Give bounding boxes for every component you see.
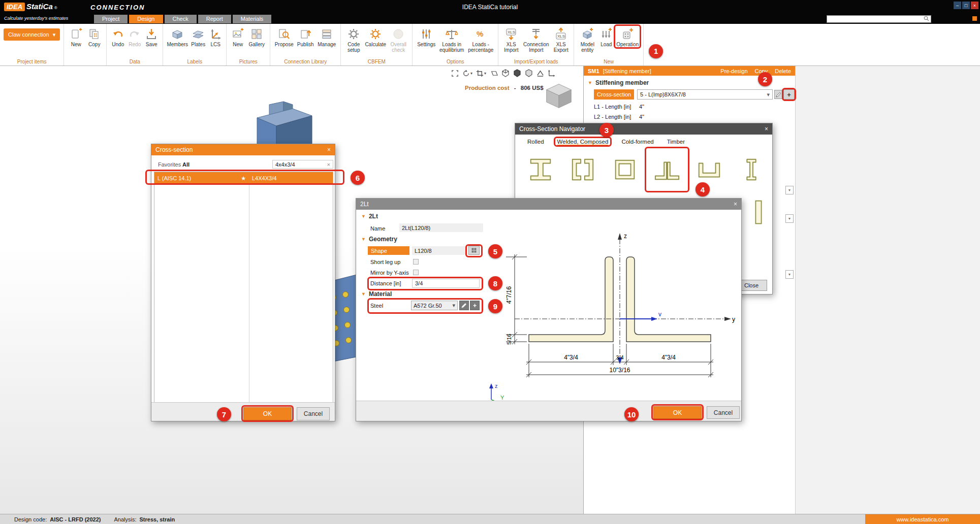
propose-button[interactable]: Propose bbox=[274, 26, 294, 47]
settings-button[interactable]: Settings bbox=[416, 26, 436, 47]
shape-double-channel[interactable] bbox=[564, 151, 601, 188]
maximize-button[interactable]: □ bbox=[962, 2, 970, 9]
steel-select[interactable]: A572 Gr.50 ▾ bbox=[411, 301, 458, 310]
calculate-button[interactable]: Calculate bbox=[364, 26, 387, 47]
cross-section-search-input[interactable]: 4x4x3/4 × bbox=[272, 160, 333, 169]
members-button[interactable]: Members bbox=[167, 26, 188, 47]
overall-check-button[interactable]: Overall check bbox=[388, 26, 408, 53]
website-link[interactable]: www.ideastatica.com bbox=[897, 516, 949, 522]
model-entity-button[interactable]: Model entity bbox=[578, 26, 597, 53]
operation-button[interactable]: Operation 1 bbox=[615, 26, 640, 47]
copy-project-item-button[interactable]: Copy bbox=[86, 26, 103, 47]
tab-design[interactable]: Design bbox=[129, 15, 163, 23]
section-crop-icon[interactable]: ▾ bbox=[476, 70, 486, 77]
orbit-icon[interactable]: ▾ bbox=[462, 70, 472, 77]
close-icon[interactable]: × bbox=[734, 201, 737, 208]
view-plane-icon[interactable] bbox=[490, 70, 498, 77]
tab-cold-formed[interactable]: Cold-formed bbox=[621, 139, 653, 146]
filter-favorites[interactable]: Favorites bbox=[158, 161, 181, 168]
axes-toggle-icon[interactable] bbox=[548, 70, 555, 77]
ribbon-collapse-icon[interactable] bbox=[972, 16, 977, 21]
code-setup-button[interactable]: Code setup bbox=[344, 26, 363, 53]
l2-length-value[interactable]: 4" bbox=[639, 112, 644, 122]
section-stiffening-member[interactable]: ▼ Stiffening member bbox=[588, 79, 649, 86]
loads-percentage-button[interactable]: % Loads - percentage bbox=[467, 26, 494, 53]
shape-channel-up[interactable] bbox=[691, 151, 728, 188]
settings-label: Settings bbox=[417, 42, 435, 47]
weld-toggle-icon[interactable] bbox=[536, 70, 544, 77]
section-geometry[interactable]: ▼ Geometry bbox=[361, 236, 397, 243]
shape-field[interactable]: L120/8 bbox=[412, 246, 465, 255]
view-cube-wire-icon[interactable] bbox=[501, 69, 510, 77]
combo-arrow-stub[interactable]: ▼ bbox=[785, 214, 794, 223]
tab-rolled[interactable]: Rolled bbox=[527, 139, 544, 146]
shape-2lt-section[interactable]: 4 bbox=[649, 151, 685, 188]
result-row[interactable]: L (AISC 14.1) ★ L4X4X3/4 bbox=[154, 172, 333, 184]
load-button[interactable]: Load bbox=[598, 26, 614, 47]
section-2lt[interactable]: ▼ 2Lt bbox=[361, 213, 378, 220]
fit-view-icon[interactable] bbox=[451, 70, 459, 77]
mirror-y-checkbox[interactable] bbox=[413, 270, 419, 275]
tab-materials[interactable]: Materials bbox=[233, 15, 272, 23]
delete-member-button[interactable]: Delete bbox=[775, 68, 791, 74]
result-name-cell[interactable]: L (AISC 14.1) ★ bbox=[154, 172, 249, 184]
section-material[interactable]: ▼ Material bbox=[361, 290, 392, 298]
redo-button[interactable]: Redo bbox=[127, 26, 142, 47]
shape-box-section[interactable] bbox=[607, 151, 643, 188]
plates-button[interactable]: Plates bbox=[189, 26, 207, 47]
save-button[interactable]: Save bbox=[144, 26, 159, 47]
loads-in-equilibrium-button[interactable]: Loads in equilibrium bbox=[438, 26, 465, 53]
ok-button[interactable]: OK bbox=[243, 407, 292, 420]
publish-button[interactable]: Publish bbox=[296, 26, 315, 47]
xls-export-button[interactable]: XLS XLS Export bbox=[552, 26, 570, 53]
close-button[interactable]: × bbox=[971, 2, 978, 9]
name-field[interactable]: 2Lt(L120/8) bbox=[399, 223, 483, 232]
edit-material-button[interactable] bbox=[459, 301, 469, 310]
tab-check[interactable]: Check bbox=[165, 15, 197, 23]
l1-length-value[interactable]: 4" bbox=[639, 102, 644, 112]
tab-timber[interactable]: Timber bbox=[667, 139, 685, 146]
search-input[interactable] bbox=[827, 15, 931, 23]
lcs-button[interactable]: LCS bbox=[208, 26, 223, 47]
view-shaded-icon[interactable] bbox=[513, 69, 521, 77]
minimize-button[interactable]: – bbox=[954, 2, 961, 9]
result-size-cell[interactable]: L4X4X3/4 bbox=[249, 172, 333, 184]
edit-cross-section-button[interactable] bbox=[774, 90, 782, 99]
new-picture-button[interactable]: New bbox=[230, 26, 245, 47]
shape-i-section[interactable] bbox=[522, 151, 559, 188]
tab-report[interactable]: Report bbox=[198, 15, 231, 23]
manage-button[interactable]: Manage bbox=[317, 26, 337, 47]
add-material-button[interactable]: + bbox=[470, 301, 480, 310]
navigation-cube[interactable] bbox=[545, 81, 573, 110]
gallery-button[interactable]: Gallery bbox=[247, 26, 266, 47]
shape-plate[interactable] bbox=[743, 194, 774, 230]
favorite-star-icon[interactable]: ★ bbox=[241, 175, 246, 182]
add-cross-section-button[interactable]: + bbox=[783, 89, 795, 100]
browse-shape-button[interactable] bbox=[468, 246, 480, 255]
xls-import-button[interactable]: XLS XLS Import bbox=[502, 26, 520, 53]
code-setup-gear-icon bbox=[346, 27, 361, 41]
distance-field[interactable]: 3/4 bbox=[412, 279, 480, 288]
combo-arrow-stub[interactable]: ▼ bbox=[785, 186, 794, 194]
filter-all[interactable]: All bbox=[182, 161, 189, 168]
short-leg-up-checkbox[interactable] bbox=[413, 259, 419, 265]
clear-search-icon[interactable]: × bbox=[327, 161, 330, 168]
new-project-item-button[interactable]: New bbox=[68, 26, 84, 47]
close-icon[interactable]: × bbox=[327, 146, 331, 153]
cancel-button[interactable]: Cancel bbox=[297, 407, 330, 420]
dim-thickness: 5/16 bbox=[506, 334, 512, 344]
tab-welded-composed[interactable]: Welded, Composed bbox=[557, 139, 609, 146]
view-transparent-icon[interactable] bbox=[525, 69, 533, 77]
tab-project[interactable]: Project bbox=[94, 15, 128, 23]
close-icon[interactable]: × bbox=[765, 125, 768, 133]
claw-connection-button[interactable]: Claw connection ▾ bbox=[4, 28, 60, 41]
ok-button[interactable]: OK bbox=[653, 406, 702, 419]
cross-section-select[interactable]: 5 - L(Imp)8X6X7/8 ▾ bbox=[637, 89, 773, 100]
connection-import-button[interactable]: Connection Import bbox=[522, 26, 550, 53]
shape-slim-i[interactable] bbox=[733, 151, 770, 188]
combo-arrow-stub[interactable]: ▼ bbox=[785, 270, 794, 279]
group-label-options: Options bbox=[413, 59, 498, 64]
undo-button[interactable]: Undo bbox=[110, 26, 125, 47]
cancel-button[interactable]: Cancel bbox=[707, 406, 740, 419]
predesign-button[interactable]: Pre-design bbox=[720, 68, 747, 74]
